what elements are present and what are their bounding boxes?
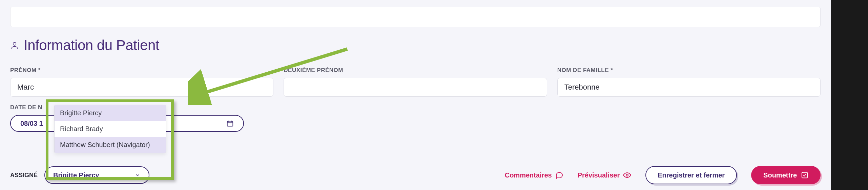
svg-point-5 bbox=[626, 174, 628, 176]
deuxieme-prenom-input[interactable] bbox=[284, 78, 547, 97]
enregistrer-fermer-button[interactable]: Enregistrer et fermer bbox=[645, 166, 737, 184]
previsualiser-link[interactable]: Prévisualiser bbox=[578, 171, 632, 179]
assignee-selected-value: Brigitte Piercy bbox=[53, 171, 99, 179]
calendar-icon bbox=[226, 120, 234, 127]
previous-section-card bbox=[10, 7, 821, 27]
prenom-input[interactable] bbox=[10, 78, 273, 97]
submit-check-icon bbox=[801, 171, 808, 179]
commentaires-label: Commentaires bbox=[505, 171, 552, 179]
nom-famille-field-group: NOM DE FAMILLE * bbox=[557, 67, 821, 97]
commentaires-link[interactable]: Commentaires bbox=[505, 171, 563, 179]
chevron-down-icon bbox=[135, 172, 141, 178]
deuxieme-prenom-label: DEUXIÈME PRÉNOM bbox=[284, 67, 547, 74]
soumettre-button[interactable]: Soumettre bbox=[751, 166, 821, 184]
svg-point-0 bbox=[13, 42, 16, 45]
previsualiser-label: Prévisualiser bbox=[578, 171, 620, 179]
prenom-label: PRÉNOM * bbox=[10, 67, 273, 74]
assigne-label: ASSIGNÉ bbox=[10, 172, 38, 179]
dropdown-option[interactable]: Matthew Schubert (Navigator) bbox=[55, 137, 166, 153]
bottom-actions: Commentaires Prévisualiser Enregistrer e… bbox=[505, 166, 821, 184]
nom-famille-input[interactable] bbox=[557, 78, 821, 97]
svg-rect-6 bbox=[802, 172, 808, 178]
dropdown-option[interactable]: Richard Brady bbox=[55, 121, 166, 137]
person-icon bbox=[10, 41, 19, 50]
assignee-dropdown-popup: Brigitte Piercy Richard Brady Matthew Sc… bbox=[54, 105, 166, 153]
dropdown-option[interactable]: Brigitte Piercy bbox=[55, 105, 166, 121]
nom-famille-label: NOM DE FAMILLE * bbox=[557, 67, 821, 74]
date-value: 08/03 1 bbox=[20, 120, 43, 127]
svg-rect-1 bbox=[227, 121, 233, 126]
eye-icon bbox=[623, 171, 631, 179]
assignee-select[interactable]: Brigitte Piercy bbox=[44, 166, 149, 184]
bottom-action-bar: ASSIGNÉ Brigitte Piercy Commentaires Pré… bbox=[10, 164, 821, 186]
prenom-field-group: PRÉNOM * bbox=[10, 67, 273, 97]
name-fields-row: PRÉNOM * DEUXIÈME PRÉNOM NOM DE FAMILLE … bbox=[10, 67, 821, 97]
comment-icon bbox=[555, 171, 563, 179]
deuxieme-prenom-field-group: DEUXIÈME PRÉNOM bbox=[284, 67, 547, 97]
section-header: Information du Patient bbox=[10, 37, 821, 53]
content-area: Information du Patient PRÉNOM * DEUXIÈME… bbox=[0, 0, 831, 190]
soumettre-label: Soumettre bbox=[763, 171, 797, 179]
right-dark-panel bbox=[831, 0, 868, 190]
section-title: Information du Patient bbox=[24, 37, 159, 53]
